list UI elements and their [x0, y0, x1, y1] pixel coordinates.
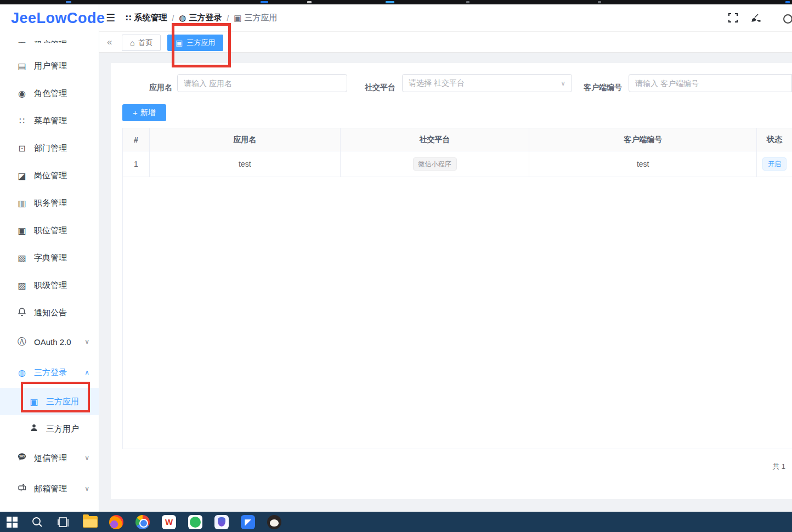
green-app-icon[interactable] [182, 512, 208, 532]
sms-chat-icon: SMS [16, 452, 27, 463]
sidebar-item-label: 三方用户 [46, 424, 79, 434]
sidebar-item-label: 菜单管理 [34, 116, 67, 126]
chrome-icon[interactable] [129, 512, 156, 532]
select-placeholder: 请选择 社交平台 [409, 78, 561, 88]
table-header-row: # 应用名 社交平台 客户端编号 状态 [123, 128, 792, 151]
sidebar-item-mail-mgmt[interactable]: 邮箱管理 ∨ [0, 475, 99, 502]
column-header-index: # [123, 128, 150, 151]
sidebar-menu: ◫ 租户管理 ∨ ▤ 用户管理 ◉ 角色管理 ∷ 菜单管理 ⊡ 部门管理 [0, 31, 99, 512]
sidebar-item-label: 部门管理 [34, 143, 67, 154]
chevron-down-icon: ∨ [84, 485, 89, 493]
wps-icon[interactable]: W [156, 512, 182, 532]
table-row[interactable]: 1 test 微信小程序 test 开启 [123, 151, 792, 177]
sidebar-item-notice[interactable]: 通知公告 [0, 299, 99, 326]
tab-home[interactable]: ⌂ 首页 [122, 35, 161, 51]
breadcrumb-separator: / [227, 14, 229, 22]
sidebar-item-post-mgmt[interactable]: ◪ 岗位管理 [0, 162, 99, 189]
breadcrumb-item-third-party-login[interactable]: ◍ 三方登录 [179, 13, 222, 23]
sidebar-item-label: 租户管理 [34, 39, 67, 43]
strip-chip [307, 1, 312, 3]
column-header-platform: 社交平台 [341, 128, 530, 151]
panda-app-icon[interactable] [261, 512, 287, 532]
status-badge[interactable]: 开启 [762, 157, 787, 171]
strip-chip [466, 1, 469, 3]
client-id-input[interactable] [629, 74, 792, 92]
pagination-total: 共 1 [772, 462, 785, 472]
plus-icon: + [133, 109, 138, 117]
fullscreen-icon[interactable] [728, 13, 738, 22]
sidebar-item-label: OAuth 2.0 [34, 337, 71, 347]
sidebar-item-internal-message[interactable]: ◎ 站内信管理 [0, 503, 99, 512]
task-view-button[interactable] [50, 512, 77, 532]
sidebar-item-duty-mgmt[interactable]: ▥ 职务管理 [0, 189, 99, 217]
sidebar-item-third-party-user[interactable]: 三方用户 [0, 415, 99, 443]
sidebar-item-tenant-mgmt[interactable]: ◫ 租户管理 ∨ [0, 31, 99, 43]
platform-select[interactable]: 请选择 社交平台 ∨ [402, 74, 572, 92]
app-logo: JeeLowCode [11, 10, 105, 27]
breadcrumb-item-system-mgmt[interactable]: ∷ 系统管理 [126, 13, 167, 23]
platform-tag: 微信小程序 [413, 157, 457, 171]
breadcrumb-item-third-party-app: ▣ 三方应用 [234, 13, 277, 23]
sidebar-item-role-mgmt[interactable]: ◉ 角色管理 [0, 80, 99, 107]
header-actions [728, 13, 761, 22]
fingerprint-icon: ◍ [16, 367, 27, 378]
clean-broom-icon[interactable] [751, 13, 761, 22]
sidebar-item-label: 角色管理 [34, 88, 67, 99]
grid-icon: ∷ [126, 13, 131, 23]
cell-platform: 微信小程序 [341, 151, 530, 177]
start-button[interactable] [0, 512, 24, 532]
shield-app-icon[interactable] [208, 512, 235, 532]
sidebar-item-user-mgmt[interactable]: ▤ 用户管理 [0, 52, 99, 80]
sidebar-item-dict-mgmt[interactable]: ▧ 字典管理 [0, 244, 99, 271]
chevron-up-icon: ∧ [84, 369, 89, 376]
app-name-input[interactable] [177, 74, 347, 92]
sidebar-item-label: 职务管理 [34, 198, 67, 208]
tenant-icon: ◫ [16, 39, 27, 43]
breadcrumb-separator: / [172, 14, 174, 22]
sidebar-item-oauth[interactable]: Ⓐ OAuth 2.0 ∨ [0, 328, 99, 355]
sidebar-item-menu-mgmt[interactable]: ∷ 菜单管理 [0, 107, 99, 134]
sidebar-item-rank-mgmt[interactable]: ▨ 职级管理 [0, 271, 99, 299]
folder-icon [83, 516, 98, 528]
badge-icon: ▣ [16, 225, 27, 236]
cell-client-id: test [529, 151, 757, 177]
breadcrumb-label: 三方登录 [189, 13, 222, 23]
filter-label-platform: 社交平台 [356, 78, 395, 96]
strip-chip [261, 1, 268, 3]
breadcrumb-label: 三方应用 [245, 13, 278, 23]
document-icon: ▥ [16, 198, 27, 208]
sidebar-item-dept-mgmt[interactable]: ⊡ 部门管理 [0, 134, 99, 162]
add-button[interactable]: + 新增 [122, 104, 166, 121]
sidebar-item-sms-mgmt[interactable]: SMS 短信管理 ∨ [0, 444, 99, 472]
sidebar-item-label: 职级管理 [34, 280, 67, 291]
refresh-icon-partial[interactable] [783, 14, 792, 24]
filter-label-app-name: 应用名 [133, 78, 172, 96]
oauth-icon: Ⓐ [16, 336, 27, 348]
firefox-icon[interactable] [103, 512, 129, 532]
card-icon: ▣ [234, 13, 241, 23]
tab-label: 首页 [138, 38, 152, 48]
role-icon: ◉ [16, 88, 27, 99]
collapse-tabs-icon[interactable]: « [107, 37, 112, 48]
sidebar-item-label: 用户管理 [34, 61, 67, 71]
svg-text:SMS: SMS [19, 455, 25, 458]
blue-t-app-icon[interactable]: ◤ [235, 512, 261, 532]
hamburger-icon[interactable]: ☰ [106, 12, 115, 24]
monitor-icon: ⊡ [16, 143, 27, 154]
filter-label-client-id: 客户端编号 [575, 78, 622, 96]
grid-icon: ∷ [16, 116, 27, 126]
add-button-label: 新增 [140, 108, 156, 118]
column-header-status: 状态 [757, 128, 792, 151]
strip-chip [386, 1, 394, 3]
sidebar-item-label: 通知公告 [34, 308, 67, 318]
column-header-app-name: 应用名 [150, 128, 341, 151]
breadcrumb-label: 系统管理 [134, 13, 167, 23]
chevron-down-icon: ∨ [84, 338, 89, 346]
content-card: 应用名 社交平台 请选择 社交平台 ∨ 客户端编号 + 新增 # 应用名 社交平… [111, 63, 792, 499]
breadcrumb: ∷ 系统管理 / ◍ 三方登录 / ▣ 三方应用 [126, 13, 278, 23]
search-button[interactable] [24, 512, 50, 532]
sidebar-item-position-mgmt[interactable]: ▣ 职位管理 [0, 217, 99, 244]
file-explorer-icon[interactable] [77, 512, 103, 532]
person-icon [29, 423, 39, 434]
chevron-down-icon: ∨ [84, 41, 89, 43]
